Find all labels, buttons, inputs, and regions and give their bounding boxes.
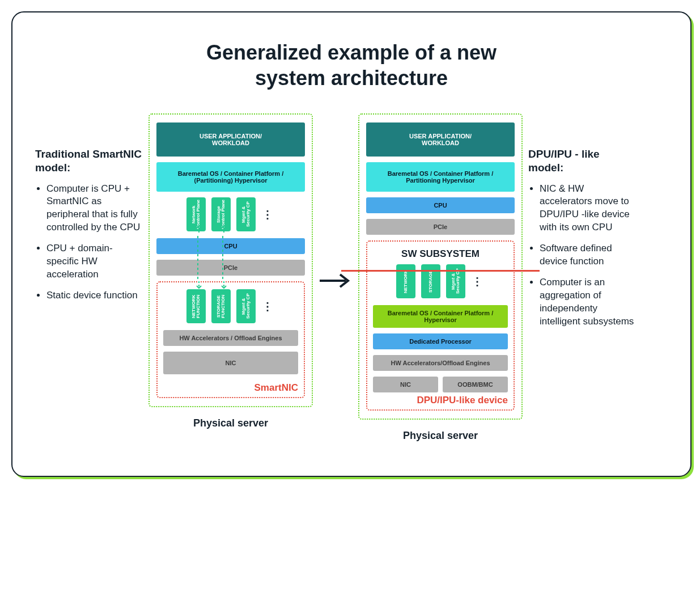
function-row: NETWORK FUNCTION STORAGE FUNCTION Mgmt &… xyxy=(163,289,298,323)
fn-pill: NETWORK FUNCTION xyxy=(186,289,206,323)
cp-pill: Network Control Plane xyxy=(186,197,206,231)
right-server-column: USER APPLICATION/WORKLOAD Baremetal OS /… xyxy=(358,113,523,442)
os-block: Baremetal OS / Container Platform / Part… xyxy=(366,162,515,192)
cpu-block: CPU xyxy=(366,197,515,213)
dpu-pill-row: NETWORK STORAGE Mgmt & Security CP ⋯ xyxy=(373,264,508,298)
pcie-block: PCIe xyxy=(156,260,305,276)
ellipsis-icon: ⋯ xyxy=(261,209,275,219)
server-caption: Physical server xyxy=(358,430,523,442)
cp-pill: Mgmt & Security CP xyxy=(236,197,256,231)
left-bullet: Computer is CPU + SmartNIC as peripheral… xyxy=(46,183,143,235)
dpu-os-block: Baremetal OS / Container Platform / Hype… xyxy=(373,305,508,328)
left-bullet-list: Computer is CPU + SmartNIC as peripheral… xyxy=(35,183,143,303)
right-bullet: Computer is an aggregation of independen… xyxy=(540,276,636,328)
right-server-box: USER APPLICATION/WORKLOAD Baremetal OS /… xyxy=(358,113,523,420)
smartnic-label: SmartNIC xyxy=(254,382,298,394)
nic-bmc-row: NIC OOBM/BMC xyxy=(373,377,508,392)
dpu-nic-block: NIC xyxy=(373,377,438,392)
dpu-box: SW SUBSYSTEM NETWORK STORAGE Mgmt & Secu… xyxy=(366,240,515,411)
transition-arrow xyxy=(319,113,353,289)
right-bullet: NIC & HW accelerators move to DPU/IPU -l… xyxy=(540,183,636,235)
dpu-pill: Mgmt & Security CP xyxy=(446,264,465,298)
dpu-pill: STORAGE xyxy=(421,264,440,298)
accel-block: HW Accelerators / Offload Engines xyxy=(163,330,298,346)
left-heading: Traditional SmartNIC model: xyxy=(35,147,143,175)
fn-pill: Mgmt & Security CP xyxy=(236,289,256,323)
user-app-block: USER APPLICATION/WORKLOAD xyxy=(156,122,305,157)
right-heading: DPU/IPU - like model: xyxy=(528,147,636,175)
diagram-title: Generalized example of a new system arch… xyxy=(170,40,533,91)
pcie-block: PCIe xyxy=(366,219,515,235)
right-text-column: DPU/IPU - like model: NIC & HW accelerat… xyxy=(528,113,636,336)
left-text-column: Traditional SmartNIC model: Computer is … xyxy=(35,113,143,310)
diagram-frame: Generalized example of a new system arch… xyxy=(11,11,691,477)
bmc-block: OOBM/BMC xyxy=(443,377,508,392)
server-caption: Physical server xyxy=(149,417,313,429)
os-block: Baremetal OS / Container Platform / (Par… xyxy=(156,162,305,192)
control-plane-row: Network Control Plane Storage Control Pl… xyxy=(156,197,305,231)
arrow-right-icon xyxy=(319,272,353,289)
left-server-column: USER APPLICATION/WORKLOAD Baremetal OS /… xyxy=(149,113,313,429)
right-bullet: Software defined device function xyxy=(540,242,636,268)
dpu-label: DPU/IPU-like device xyxy=(417,395,508,406)
user-app-block: USER APPLICATION/WORKLOAD xyxy=(366,122,515,157)
fn-pill: STORAGE FUNCTION xyxy=(211,289,231,323)
cp-pill: Storage Control Plane xyxy=(211,197,231,231)
separation-line xyxy=(341,270,540,272)
right-bullet-list: NIC & HW accelerators move to DPU/IPU -l… xyxy=(528,183,636,328)
ellipsis-icon: ⋯ xyxy=(261,301,275,311)
left-bullet: Static device function xyxy=(46,289,143,302)
sw-subsystem-title: SW SUBSYSTEM xyxy=(373,248,508,260)
dedicated-proc-block: Dedicated Processor xyxy=(373,333,508,349)
nic-block: NIC xyxy=(163,352,298,374)
cpu-block: CPU xyxy=(156,238,305,254)
left-bullet: CPU + domain-specific HW acceleration xyxy=(46,242,143,281)
dpu-accel-block: HW Accelerators/Offload Engines xyxy=(373,355,508,371)
left-server-box: USER APPLICATION/WORKLOAD Baremetal OS /… xyxy=(149,113,313,407)
diagram-layout: Traditional SmartNIC model: Computer is … xyxy=(35,113,668,442)
ellipsis-icon: ⋯ xyxy=(471,276,485,286)
dpu-pill: NETWORK xyxy=(396,264,415,298)
smartnic-box: NETWORK FUNCTION STORAGE FUNCTION Mgmt &… xyxy=(156,281,305,398)
